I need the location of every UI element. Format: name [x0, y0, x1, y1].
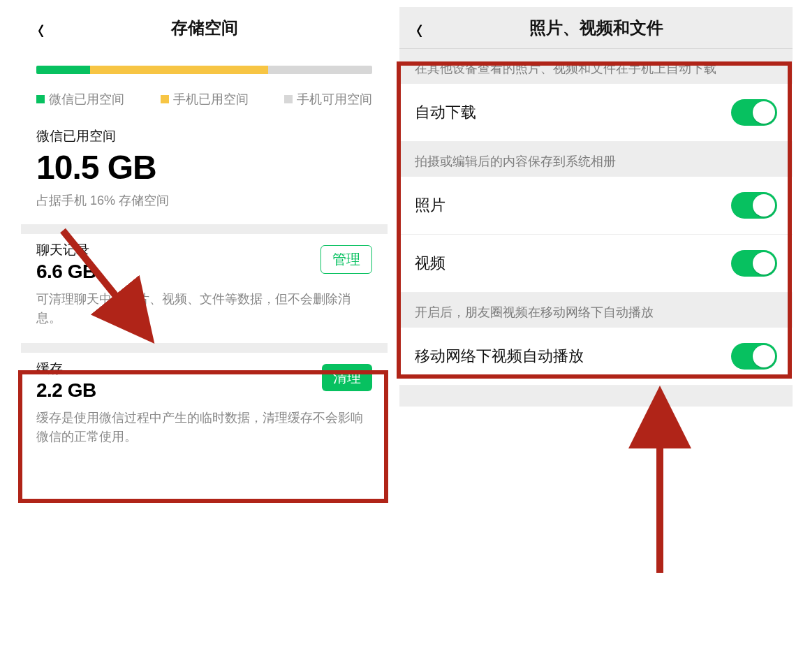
- legend-phone: 手机已用空间: [161, 91, 249, 108]
- legend-free: 手机可用空间: [284, 91, 372, 108]
- toggle-photo[interactable]: [731, 192, 777, 219]
- group-auto-download-title: 在其他设备查看的照片、视频和文件在手机上自动下载: [399, 49, 793, 84]
- used-sub: 占据手机 16% 存储空间: [36, 192, 372, 209]
- used-value: 10.5 GB: [36, 148, 372, 187]
- header: ‹ 存储空间: [21, 7, 388, 49]
- group-autoplay-title: 开启后，朋友圈视频在移动网络下自动播放: [399, 293, 793, 328]
- row-label: 自动下载: [415, 102, 476, 123]
- manage-button[interactable]: 管理: [321, 245, 372, 274]
- cache-desc: 缓存是使用微信过程中产生的临时数据，清理缓存不会影响微信的正常使用。: [36, 409, 372, 446]
- page-title: 照片、视频和文件: [399, 17, 793, 39]
- chat-desc: 可清理聊天中的图片、视频、文件等数据，但不会删除消息。: [36, 290, 372, 328]
- usage-legend: 微信已用空间 手机已用空间 手机可用空间: [21, 81, 388, 120]
- row-label: 移动网络下视频自动播放: [415, 346, 584, 367]
- clean-button[interactable]: 清理: [322, 364, 372, 391]
- usage-bar: [21, 49, 388, 81]
- bar-seg-phone: [90, 66, 268, 74]
- page-title: 存储空间: [21, 17, 388, 39]
- bar-seg-wechat: [36, 66, 90, 74]
- divider: [21, 343, 388, 353]
- row-label: 视频: [415, 253, 445, 274]
- toggle-auto-download[interactable]: [731, 99, 777, 126]
- row-autoplay[interactable]: 移动网络下视频自动播放: [399, 328, 793, 386]
- legend-wechat: 微信已用空间: [36, 91, 124, 108]
- toggle-video[interactable]: [731, 250, 777, 277]
- chat-section: 管理 聊天记录 6.6 GB 可清理聊天中的图片、视频、文件等数据，但不会删除消…: [21, 234, 388, 343]
- bar-seg-free: [268, 66, 372, 74]
- media-settings-screen: ‹ 照片、视频和文件 在其他设备查看的照片、视频和文件在手机上自动下载 自动下载…: [399, 7, 793, 407]
- header: ‹ 照片、视频和文件: [399, 7, 793, 49]
- row-photo[interactable]: 照片: [399, 177, 793, 235]
- group-save-title: 拍摄或编辑后的内容保存到系统相册: [399, 142, 793, 177]
- used-label: 微信已用空间: [36, 127, 372, 145]
- used-section: 微信已用空间 10.5 GB 占据手机 16% 存储空间: [21, 120, 388, 224]
- row-label: 照片: [415, 195, 445, 216]
- divider: [21, 224, 388, 234]
- row-auto-download[interactable]: 自动下载: [399, 84, 793, 142]
- storage-screen: ‹ 存储空间 微信已用空间 手机已用空间 手机可用空间 微信已用空间 10.5 …: [21, 7, 388, 462]
- bottom-gap: [399, 386, 793, 407]
- toggle-autoplay[interactable]: [731, 343, 777, 370]
- cache-section: 清理 缓存 2.2 GB 缓存是使用微信过程中产生的临时数据，清理缓存不会影响微…: [21, 353, 388, 462]
- row-video[interactable]: 视频: [399, 235, 793, 293]
